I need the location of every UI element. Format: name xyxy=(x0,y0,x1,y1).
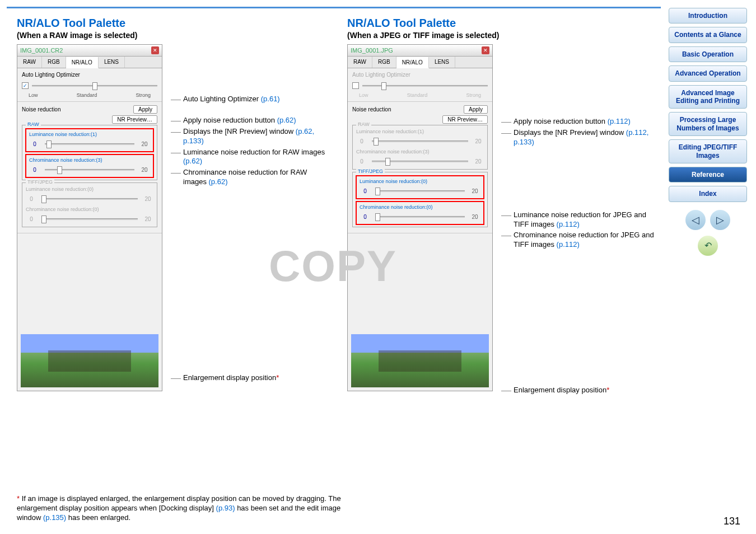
tlum-slider xyxy=(41,195,46,203)
tab-lens[interactable]: LENS xyxy=(429,57,455,68)
footnote-l1[interactable]: (p.93) xyxy=(216,504,235,512)
chrom-slider[interactable] xyxy=(57,166,62,174)
annot-alo-link[interactable]: (p.61) xyxy=(261,95,280,103)
alo-checkbox[interactable]: ✓ xyxy=(22,82,29,89)
footnote-l2[interactable]: (p.135) xyxy=(43,513,66,522)
left-subheading: (When a RAW image is selected) xyxy=(17,31,330,40)
nav-index[interactable]: Index xyxy=(669,186,747,202)
back-icon[interactable]: ↶ xyxy=(698,236,718,256)
chrom-max: 20 xyxy=(139,167,150,173)
annot-apply-link[interactable]: (p.62) xyxy=(277,116,296,124)
chrom-val: 0 xyxy=(29,167,40,173)
tchrom-label-r: Chrominance noise reduction:(0) xyxy=(360,204,480,210)
annot-lum-link-r[interactable]: (p.112) xyxy=(557,220,580,228)
nr-preview-button-r[interactable]: NR Preview… xyxy=(442,115,488,124)
raw-group-label-r: RAW xyxy=(356,121,371,127)
annot-apply: Apply noise reduction button xyxy=(183,116,277,124)
tlum-max-r: 20 xyxy=(469,188,480,194)
alo-title-r: Auto Lighting Optimizer xyxy=(352,72,488,78)
tab-lens[interactable]: LENS xyxy=(99,57,125,68)
close-icon[interactable]: ✕ xyxy=(151,46,159,54)
tiff-group-label-r: TIFF/JPEG xyxy=(356,168,385,174)
annot-chrom-link-r[interactable]: (p.112) xyxy=(557,240,580,249)
star-r: * xyxy=(606,386,609,394)
tlum-label: Luminance noise reduction:(0) xyxy=(26,186,153,192)
left-panel-title: IMG_0001.CR2 xyxy=(20,47,63,54)
lum-slider[interactable] xyxy=(46,140,52,148)
tchrom-max: 20 xyxy=(142,216,153,222)
star: * xyxy=(276,373,279,382)
lum-max-r: 20 xyxy=(473,138,484,144)
left-palette: IMG_0001.CR2 ✕ RAW RGB NR/ALO LENS Auto … xyxy=(17,44,162,391)
tab-rgb[interactable]: RGB xyxy=(42,57,66,68)
tchrom-max-r: 20 xyxy=(469,214,480,220)
annot-enlarge-r: Enlargement display position xyxy=(514,386,606,394)
enlargement-thumb-r[interactable] xyxy=(351,334,489,387)
nav-contents[interactable]: Contents at a Glance xyxy=(669,27,747,43)
lum-slider-r xyxy=(374,138,379,146)
alo-std-r: Standard xyxy=(407,92,428,98)
annot-chrom-r: Chrominance noise reduction for JPEG and… xyxy=(514,231,654,249)
alo-slider[interactable] xyxy=(92,82,97,90)
next-page-icon[interactable]: ▷ xyxy=(710,210,730,230)
chrom-slider-r xyxy=(385,158,390,166)
alo-strong: Strong xyxy=(136,92,151,98)
header-bar xyxy=(7,7,661,8)
right-heading: NR/ALO Tool Palette xyxy=(347,17,661,30)
tab-nralo[interactable]: NR/ALO xyxy=(66,57,99,68)
tab-raw[interactable]: RAW xyxy=(348,57,372,68)
tlum-max: 20 xyxy=(142,196,153,202)
apply-button[interactable]: Apply xyxy=(133,105,157,114)
alo-low: Low xyxy=(29,92,38,98)
alo-std: Standard xyxy=(77,92,97,98)
tabs: RAW RGB NR/ALO LENS xyxy=(17,57,162,68)
annot-lum: Luminance noise reduction for RAW images xyxy=(183,148,325,156)
lum-label-r: Luminance noise reduction:(1) xyxy=(356,129,484,134)
nr-preview-button[interactable]: NR Preview… xyxy=(112,115,157,124)
chrom-max-r: 20 xyxy=(473,158,484,165)
raw-group-label: RAW xyxy=(26,121,41,127)
annot-apply-link-r[interactable]: (p.112) xyxy=(608,117,631,125)
tab-nralo[interactable]: NR/ALO xyxy=(396,57,429,68)
right-subheading: (When a JPEG or TIFF image is selected) xyxy=(347,31,661,40)
left-heading: NR/ALO Tool Palette xyxy=(17,17,330,30)
prev-page-icon[interactable]: ◁ xyxy=(685,210,706,230)
nav-basic[interactable]: Basic Operation xyxy=(669,46,747,62)
annot-lum-link[interactable]: (p.62) xyxy=(183,157,202,165)
tlum-slider-r[interactable] xyxy=(375,188,380,195)
nav-proc[interactable]: Processing Large Numbers of Images xyxy=(669,112,747,136)
nr-title-r: Noise reduction xyxy=(352,106,391,113)
nav-adv-op[interactable]: Advanced Operation xyxy=(669,65,747,81)
tab-raw[interactable]: RAW xyxy=(17,57,42,68)
annot-nrprev: Displays the [NR Preview] window xyxy=(183,127,296,135)
page-number: 131 xyxy=(724,516,740,527)
tchrom-label: Chrominance noise reduction:(0) xyxy=(26,207,153,212)
nav-editing[interactable]: Editing JPEG/TIFF Images xyxy=(669,139,747,163)
tchrom-val-r: 0 xyxy=(360,214,371,220)
lum-val-r: 0 xyxy=(356,138,367,144)
nav-adv-img[interactable]: Advanced Image Editing and Printing xyxy=(669,85,747,109)
chrom-label-r: Chrominance noise reduction:(3) xyxy=(356,149,484,154)
annot-lum-r: Luminance noise reduction for JPEG and T… xyxy=(514,210,646,228)
lum-label: Luminance noise reduction:(1) xyxy=(29,132,150,137)
annot-chrom-link[interactable]: (p.62) xyxy=(209,177,228,186)
annot-chrom: Chrominance noise reduction for RAW imag… xyxy=(183,168,307,186)
footnote: * If an image is displayed enlarged, the… xyxy=(17,494,353,523)
annot-alo: Auto Lighting Optimizer xyxy=(183,95,261,103)
footnote-t3: has been enlarged. xyxy=(66,513,130,522)
nav-intro[interactable]: Introduction xyxy=(669,8,747,24)
apply-button-r[interactable]: Apply xyxy=(464,105,488,114)
tchrom-val: 0 xyxy=(26,216,37,222)
alo-slider-r xyxy=(381,82,386,90)
tchrom-slider xyxy=(41,216,46,223)
enlargement-thumb[interactable] xyxy=(21,334,158,387)
alo-low-r: Low xyxy=(359,92,368,98)
tab-rgb[interactable]: RGB xyxy=(372,57,396,68)
tiff-group-label: TIFF/JPEG xyxy=(26,179,54,185)
alo-title: Auto Lighting Optimizer xyxy=(22,72,157,78)
tchrom-slider-r[interactable] xyxy=(375,213,380,221)
close-icon[interactable]: ✕ xyxy=(482,46,489,54)
nav-reference[interactable]: Reference xyxy=(669,167,747,182)
right-panel-title: IMG_0001.JPG xyxy=(351,47,393,54)
tlum-val-r: 0 xyxy=(360,188,371,194)
